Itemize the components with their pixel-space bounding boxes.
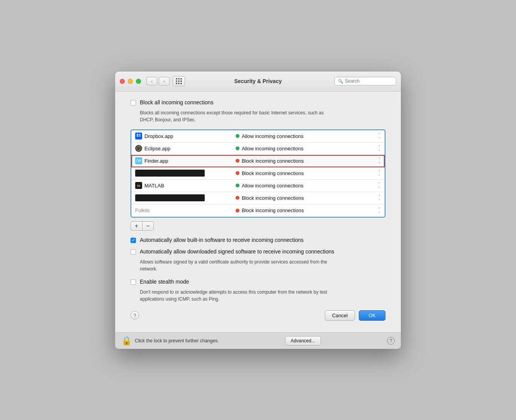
auto-builtin-checkbox[interactable] — [131, 238, 136, 243]
titlebar: ‹ › Security & Privacy 🔍 — [115, 71, 401, 92]
stealth-mode-checkbox[interactable] — [131, 279, 136, 285]
remove-app-button[interactable]: − — [142, 221, 154, 231]
stepper-folkits[interactable]: ⌃⌄ — [378, 207, 381, 214]
search-icon: 🔍 — [338, 79, 343, 84]
auto-signed-description: Allows software signed by a valid certif… — [140, 258, 385, 272]
nav-buttons: ‹ › — [146, 77, 170, 85]
dropbox-icon — [135, 133, 142, 139]
search-input[interactable] — [345, 78, 393, 84]
auto-builtin-row: Automatically allow built-in software to… — [131, 237, 385, 243]
auto-builtin-option: Automatically allow built-in software to… — [131, 237, 385, 243]
table-row[interactable]: Dropbox.app Allow incoming connections ⌃… — [131, 130, 385, 143]
app-list: Dropbox.app Allow incoming connections ⌃… — [131, 129, 385, 218]
block-dot — [236, 159, 239, 163]
finder-status: Block incoming connections — [242, 158, 304, 164]
stealth-mode-description: Don't respond to or acknowledge attempts… — [140, 289, 385, 303]
finder-app-name: Finder.app — [144, 158, 168, 164]
matlab-app-name: MATLAB — [144, 183, 164, 189]
auto-signed-option: Automatically allow downloaded signed so… — [131, 248, 385, 272]
app-info-dropbox: Dropbox.app — [135, 133, 236, 139]
maximize-button[interactable] — [136, 79, 141, 84]
grid-icon — [176, 78, 182, 84]
block-all-checkbox[interactable] — [131, 100, 136, 105]
redacted-icon-1 — [135, 170, 205, 177]
stepper-eclipse[interactable]: ⌃⌄ — [378, 145, 381, 151]
matlab-status: Allow incoming connections — [242, 183, 304, 189]
svg-point-6 — [139, 160, 141, 162]
table-row-redacted2[interactable]: Block incoming connections ⌃⌄ — [131, 192, 385, 204]
table-row-folkits[interactable]: Folkits Block incoming connections ⌃⌄ — [131, 204, 385, 217]
app-info-folkits: Folkits — [135, 207, 236, 213]
main-content: Block all incoming connections Blocks al… — [115, 92, 401, 332]
advanced-button[interactable]: Advanced... — [285, 336, 321, 345]
block-all-row: Block all incoming connections — [131, 99, 385, 105]
bottom-bar: 🔒 Click the lock to prevent further chan… — [115, 332, 401, 349]
matlab-status-area: Allow incoming connections ⌃⌄ — [236, 182, 381, 189]
auto-builtin-label: Automatically allow built-in software to… — [140, 237, 304, 243]
help-button[interactable]: ? — [131, 311, 139, 320]
stepper-redacted1[interactable]: ⌃⌄ — [378, 170, 381, 176]
stealth-mode-row: Enable stealth mode — [131, 279, 385, 285]
auto-signed-label: Automatically allow downloaded signed so… — [140, 248, 334, 255]
svg-point-0 — [136, 146, 141, 151]
auto-signed-checkbox[interactable] — [131, 249, 136, 255]
redacted2-status: Block incoming connections — [242, 195, 304, 201]
matlab-icon — [135, 182, 142, 189]
allow-dot — [236, 134, 239, 138]
app-info-redacted1 — [135, 170, 236, 177]
stealth-mode-label: Enable stealth mode — [140, 279, 189, 285]
table-row[interactable]: Eclipse.app Allow incoming connections ⌃… — [131, 143, 385, 155]
table-row-finder[interactable]: Finder.app Block incoming connections ⌃⌄ — [131, 155, 385, 167]
redacted2-status-area: Block incoming connections ⌃⌄ — [236, 195, 381, 201]
lock-area: 🔒 Click the lock to prevent further chan… — [121, 336, 219, 346]
bottom-help-button[interactable]: ? — [387, 337, 395, 345]
cancel-button[interactable]: Cancel — [325, 310, 355, 321]
redacted-icon-2 — [135, 194, 205, 201]
grid-view-button[interactable] — [173, 76, 185, 86]
dropbox-status-area: Allow incoming connections ⌃⌄ — [236, 133, 381, 139]
stepper-redacted2[interactable]: ⌃⌄ — [378, 195, 381, 201]
folkits-status: Block incoming connections — [242, 207, 304, 213]
auto-signed-row: Automatically allow downloaded signed so… — [131, 248, 385, 255]
back-button[interactable]: ‹ — [146, 77, 157, 85]
eclipse-icon — [135, 145, 142, 152]
stepper-matlab[interactable]: ⌃⌄ — [378, 182, 381, 189]
app-info-eclipse: Eclipse.app — [135, 145, 236, 152]
dialog-buttons: ? Cancel OK — [131, 310, 385, 321]
forward-button[interactable]: › — [159, 77, 170, 85]
dropbox-status: Allow incoming connections — [242, 133, 304, 139]
lock-text: Click the lock to prevent further change… — [135, 338, 219, 343]
window-title: Security & Privacy — [234, 78, 282, 84]
ok-button[interactable]: OK — [359, 310, 385, 321]
block-dot — [236, 171, 239, 175]
folkits-status-area: Block incoming connections ⌃⌄ — [236, 207, 381, 214]
lock-icon[interactable]: 🔒 — [121, 336, 132, 346]
redacted1-status-area: Block incoming connections ⌃⌄ — [236, 170, 381, 176]
minimize-button[interactable] — [128, 79, 133, 84]
table-row-redacted1[interactable]: Block incoming connections ⌃⌄ — [131, 167, 385, 180]
allow-dot — [236, 184, 239, 187]
block-dot — [236, 196, 239, 200]
app-info-redacted2 — [135, 194, 236, 201]
close-button[interactable] — [120, 79, 125, 84]
add-app-button[interactable]: + — [131, 221, 142, 231]
block-dot — [236, 209, 239, 213]
block-all-label: Block all incoming connections — [140, 99, 214, 105]
traffic-lights — [120, 79, 141, 84]
svg-point-5 — [137, 160, 138, 162]
dropbox-app-name: Dropbox.app — [144, 133, 173, 139]
app-info-finder: Finder.app — [135, 157, 236, 164]
eclipse-app-name: Eclipse.app — [144, 146, 170, 151]
search-box: 🔍 — [334, 77, 396, 85]
stealth-mode-option: Enable stealth mode Don't respond to or … — [131, 279, 385, 303]
table-row-matlab[interactable]: MATLAB Allow incoming connections ⌃⌄ — [131, 180, 385, 192]
block-all-description: Blocks all incoming connections except t… — [140, 109, 385, 123]
eclipse-status: Allow incoming connections — [242, 146, 304, 151]
redacted1-status: Block incoming connections — [242, 170, 304, 176]
app-info-matlab: MATLAB — [135, 182, 236, 189]
eclipse-status-area: Allow incoming connections ⌃⌄ — [236, 145, 381, 151]
folkits-app-name: Folkits — [135, 207, 150, 213]
finder-status-area: Block incoming connections ⌃⌄ — [236, 158, 381, 164]
stepper-dropbox[interactable]: ⌃⌄ — [378, 133, 381, 139]
stepper-finder[interactable]: ⌃⌄ — [378, 158, 381, 164]
